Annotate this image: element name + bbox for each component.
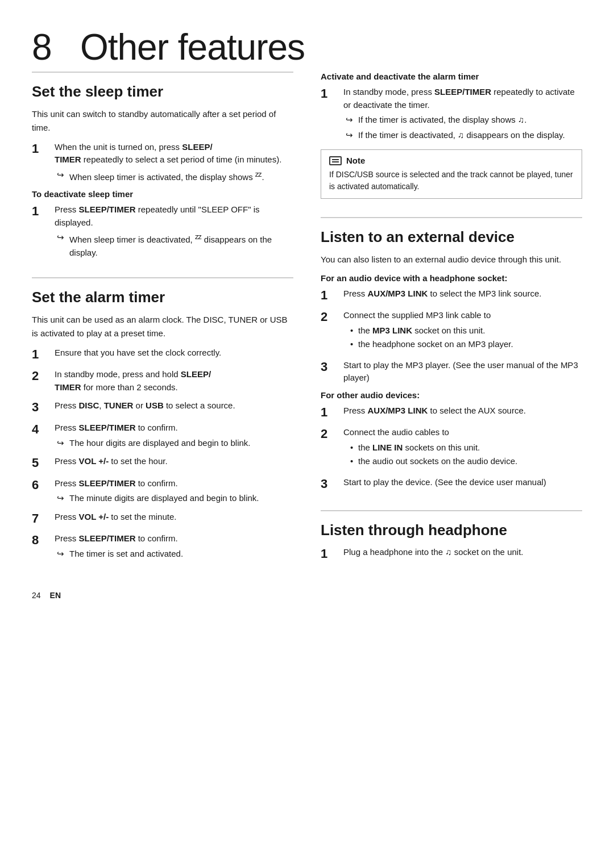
sleep-step-1-sub: When sleep timer is activated, the displ… — [57, 169, 293, 184]
right-column: Activate and deactivate the alarm timer … — [321, 72, 582, 568]
deactivate-step-1-content: Press SLEEP/TIMER repeatedly until "SLEE… — [55, 203, 293, 259]
note-header: Note — [329, 156, 574, 165]
deactivate-step-1-num: 1 — [32, 203, 50, 220]
alarm-step-2-content: In standby mode, press and hold SLEEP/TI… — [55, 368, 293, 394]
sleep-step-1: 1 When the unit is turned on, press SLEE… — [32, 141, 293, 184]
other-step-2-content: Connect the audio cables to the LINE IN … — [343, 426, 582, 470]
page-number: 24 — [32, 591, 41, 600]
listen-external-intro: You can also listen to an external audio… — [321, 253, 582, 266]
listen-external-title: Listen to an external device — [321, 228, 582, 246]
activate-alarm-sub-2: If the timer is deactivated, ♫ disappear… — [346, 129, 582, 142]
other-step-2-bullets: the LINE IN sockets on this unit. the au… — [350, 441, 582, 468]
headphone-thru-step-1-content: Plug a headphone into the ♫ socket on th… — [343, 546, 582, 559]
headphone-step-2-content: Connect the supplied MP3 link cable to t… — [343, 309, 582, 353]
activate-alarm-title: Activate and deactivate the alarm timer — [321, 72, 582, 81]
sleep-timer-steps: 1 When the unit is turned on, press SLEE… — [32, 141, 293, 184]
note-label: Note — [346, 156, 365, 165]
alarm-step-6-content: Press SLEEP/TIMER to confirm. The minute… — [55, 477, 293, 505]
alarm-step-8-sub: The timer is set and activated. — [57, 548, 293, 561]
listen-headphone-steps: 1 Plug a headphone into the ♫ socket on … — [321, 546, 582, 562]
headphone-step-3: 3 Start to play the MP3 player. (See the… — [321, 359, 582, 385]
activate-alarm-step-1-content: In standby mode, press SLEEP/TIMER repea… — [343, 86, 582, 141]
left-column: Set the sleep timer This unit can switch… — [32, 72, 293, 568]
alarm-step-4-content: Press SLEEP/TIMER to confirm. The hour d… — [55, 422, 293, 449]
alarm-step-4-sub-text: The hour digits are displayed and begin … — [69, 437, 251, 450]
alarm-step-1: 1 Ensure that you have set the clock cor… — [32, 347, 293, 363]
sleep-step-1-num: 1 — [32, 141, 50, 157]
alarm-step-7-num: 7 — [32, 511, 50, 527]
headphone-thru-step-1-num: 1 — [321, 546, 339, 562]
other-step-1-num: 1 — [321, 404, 339, 421]
alarm-step-4-sub: The hour digits are displayed and begin … — [57, 437, 293, 450]
alarm-step-4: 4 Press SLEEP/TIMER to confirm. The hour… — [32, 422, 293, 449]
alarm-step-8-content: Press SLEEP/TIMER to confirm. The timer … — [55, 532, 293, 560]
note-icon — [329, 156, 342, 165]
language-label: EN — [50, 591, 61, 600]
sleep-timer-intro: This unit can switch to standby automati… — [32, 107, 293, 134]
deactivate-step-1-sub: When sleep timer is deactivated, zz disa… — [57, 231, 293, 259]
headphone-step-1-content: Press AUX/MP3 LINK to select the MP3 lin… — [343, 287, 582, 301]
bullet-audio-out: the audio out sockets on the audio devic… — [350, 455, 582, 468]
sleep-timer-title: Set the sleep timer — [32, 83, 293, 101]
headphone-step-2: 2 Connect the supplied MP3 link cable to… — [321, 309, 582, 353]
alarm-timer-steps: 1 Ensure that you have set the clock cor… — [32, 347, 293, 560]
activate-alarm-sub-2-text: If the timer is deactivated, ♫ disappear… — [358, 129, 565, 142]
other-step-2: 2 Connect the audio cables to the LINE I… — [321, 426, 582, 470]
page-title: 8 Other features — [32, 27, 582, 67]
alarm-step-1-content: Ensure that you have set the clock corre… — [55, 347, 293, 360]
other-step-3-content: Start to play the device. (See the devic… — [343, 476, 582, 489]
alarm-step-6-num: 6 — [32, 477, 50, 494]
bullet-line-in: the LINE IN sockets on this unit. — [350, 441, 582, 454]
bullet-mp3-link-socket: the MP3 LINK socket on this unit. — [350, 324, 582, 337]
alarm-step-6: 6 Press SLEEP/TIMER to confirm. The minu… — [32, 477, 293, 505]
arrow-icon-3 — [57, 437, 67, 450]
activate-alarm-sub-1: If the timer is activated, the display s… — [346, 114, 582, 127]
headphone-step-2-bullets: the MP3 LINK socket on this unit. the he… — [350, 324, 582, 351]
arrow-icon-6 — [346, 114, 356, 127]
headphone-step-1-num: 1 — [321, 287, 339, 304]
other-step-1-content: Press AUX/MP3 LINK to select the AUX sou… — [343, 404, 582, 418]
headphone-socket-title: For an audio device with a headphone soc… — [321, 273, 582, 283]
other-step-3: 3 Start to play the device. (See the dev… — [321, 476, 582, 493]
sleep-step-1-content: When the unit is turned on, press SLEEP/… — [55, 141, 293, 184]
arrow-icon-7 — [346, 129, 356, 142]
other-step-2-num: 2 — [321, 426, 339, 443]
alarm-timer-intro: This unit can be used as an alarm clock.… — [32, 313, 293, 340]
headphone-step-1: 1 Press AUX/MP3 LINK to select the MP3 l… — [321, 287, 582, 304]
activate-alarm-step-1-num: 1 — [321, 86, 339, 102]
alarm-step-7: 7 Press VOL +/- to set the minute. — [32, 511, 293, 527]
alarm-step-8-sub-text: The timer is set and activated. — [69, 548, 183, 561]
arrow-icon-5 — [57, 548, 67, 561]
deactivate-step-1-sub-text: When sleep timer is deactivated, zz disa… — [69, 231, 293, 259]
alarm-step-5-num: 5 — [32, 455, 50, 471]
activate-alarm-steps: 1 In standby mode, press SLEEP/TIMER rep… — [321, 86, 582, 141]
other-audio-title: For other audio devices: — [321, 390, 582, 400]
alarm-step-8: 8 Press SLEEP/TIMER to confirm. The time… — [32, 532, 293, 560]
title-text: Other features — [80, 27, 305, 68]
bullet-headphone-socket: the headphone socket on an MP3 player. — [350, 338, 582, 351]
other-audio-steps: 1 Press AUX/MP3 LINK to select the AUX s… — [321, 404, 582, 493]
alarm-step-3-content: Press DISC, TUNER or USB to select a sou… — [55, 399, 293, 412]
alarm-step-3-num: 3 — [32, 399, 50, 416]
note-box: Note If DISC/USB source is selected and … — [321, 149, 582, 199]
alarm-step-4-num: 4 — [32, 422, 50, 438]
alarm-step-5-content: Press VOL +/- to set the hour. — [55, 455, 293, 468]
alarm-step-3: 3 Press DISC, TUNER or USB to select a s… — [32, 399, 293, 416]
deactivate-sleep-steps: 1 Press SLEEP/TIMER repeatedly until "SL… — [32, 203, 293, 259]
alarm-step-5: 5 Press VOL +/- to set the hour. — [32, 455, 293, 471]
listen-headphone-title: Listen through headphone — [321, 521, 582, 539]
activate-alarm-step-1: 1 In standby mode, press SLEEP/TIMER rep… — [321, 86, 582, 141]
headphone-step-2-num: 2 — [321, 309, 339, 326]
arrow-icon-4 — [57, 492, 67, 505]
chapter-number: 8 — [32, 27, 52, 68]
alarm-step-8-num: 8 — [32, 532, 50, 549]
arrow-icon-2 — [57, 231, 67, 244]
other-step-1: 1 Press AUX/MP3 LINK to select the AUX s… — [321, 404, 582, 421]
headphone-thru-step-1: 1 Plug a headphone into the ♫ socket on … — [321, 546, 582, 562]
note-text: If DISC/USB source is selected and the t… — [329, 169, 574, 193]
headphone-steps: 1 Press AUX/MP3 LINK to select the MP3 l… — [321, 287, 582, 385]
alarm-step-2: 2 In standby mode, press and hold SLEEP/… — [32, 368, 293, 394]
headphone-step-3-num: 3 — [321, 359, 339, 375]
arrow-icon — [57, 169, 67, 182]
alarm-timer-title: Set the alarm timer — [32, 289, 293, 306]
